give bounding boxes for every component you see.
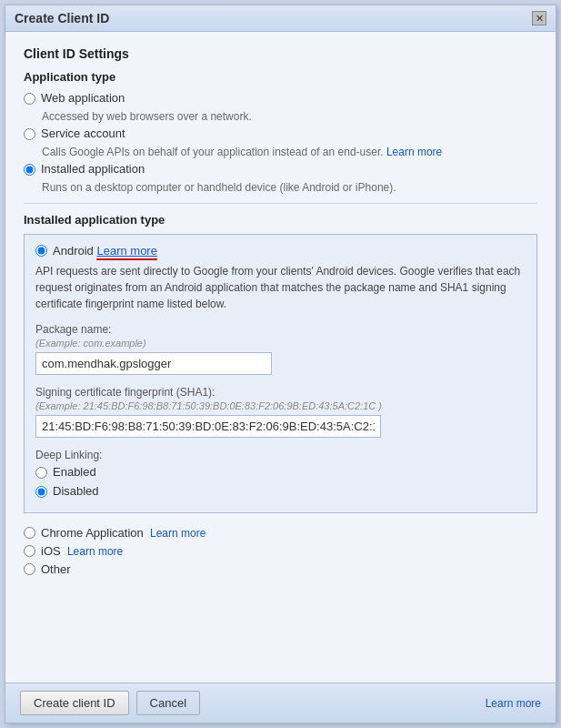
dialog-title: Create Client ID (15, 11, 109, 25)
radio-chrome-input[interactable] (24, 527, 35, 539)
deep-linking-enabled-label: Enabled (53, 465, 96, 479)
footer-buttons: Create client ID Cancel (20, 691, 200, 715)
other-apps-section: Chrome Application Learn more iOS Learn … (24, 526, 537, 576)
cancel-button[interactable]: Cancel (136, 691, 200, 715)
section-divider (24, 203, 537, 204)
service-desc: Calls Google APIs on behalf of your appl… (42, 146, 537, 158)
deep-linking-enabled-row[interactable]: Enabled (35, 465, 526, 479)
dialog-body: Client ID Settings Application type Web … (5, 32, 556, 595)
other-label: Other (41, 562, 71, 576)
radio-web-label: Web application (41, 91, 125, 105)
ios-learn-more-link[interactable]: Learn more (67, 545, 123, 558)
radio-service-label: Service account (41, 126, 125, 140)
deep-linking-disabled-row[interactable]: Disabled (35, 484, 526, 498)
signing-cert-hint: (Example: 21:45:BD:F6:98:B8:71:50:39:BD:… (35, 400, 526, 411)
android-radio-row[interactable]: Android Learn more (35, 244, 526, 258)
deep-linking-section: Deep Linking: Enabled Disabled (35, 449, 526, 498)
dialog-footer: Create client ID Cancel Learn more (5, 682, 556, 723)
package-name-input[interactable] (35, 352, 272, 375)
web-desc: Accessed by web browsers over a network. (42, 110, 537, 123)
radio-ios-input[interactable] (24, 545, 35, 557)
android-learn-more-wrapper: Learn more (96, 244, 156, 258)
chrome-app-item[interactable]: Chrome Application Learn more (24, 526, 537, 540)
deep-linking-disabled-input[interactable] (35, 486, 47, 498)
deep-linking-enabled-input[interactable] (35, 467, 47, 479)
footer-learn-more-link[interactable]: Learn more (486, 697, 541, 710)
application-type-heading: Application type (24, 70, 537, 84)
close-button[interactable]: ✕ (532, 11, 546, 25)
service-learn-more-link[interactable]: Learn more (386, 146, 442, 158)
installed-type-section: Installed application type Android Learn… (24, 213, 537, 576)
radio-web-input[interactable] (24, 93, 35, 105)
signing-cert-input[interactable] (35, 415, 381, 438)
radio-android-input[interactable] (35, 245, 47, 257)
package-name-label: Package name: (35, 323, 526, 336)
dialog-titlebar: Create Client ID ✕ (5, 5, 556, 32)
android-description: API requests are sent directly to Google… (35, 263, 526, 312)
installed-desc: Runs on a desktop computer or handheld d… (42, 181, 537, 194)
create-client-id-dialog: Create Client ID ✕ Client ID Settings Ap… (5, 5, 556, 723)
radio-web-application[interactable]: Web application (24, 91, 537, 105)
radio-service-input[interactable] (24, 128, 35, 140)
other-app-item[interactable]: Other (24, 562, 537, 576)
package-name-hint: (Example: com.example) (35, 338, 526, 349)
client-id-settings-heading: Client ID Settings (24, 46, 537, 61)
radio-android-label: Android (53, 244, 94, 258)
create-client-id-button[interactable]: Create client ID (20, 691, 129, 715)
chrome-learn-more-link[interactable]: Learn more (150, 527, 205, 540)
signing-cert-label: Signing certificate fingerprint (SHA1): (35, 386, 526, 399)
radio-installed-input[interactable] (24, 164, 35, 176)
chrome-app-label: Chrome Application Learn more (41, 526, 205, 540)
android-selected-block: Android Learn more API requests are sent… (24, 234, 537, 513)
radio-service-account[interactable]: Service account (24, 126, 537, 140)
ios-app-item[interactable]: iOS Learn more (24, 544, 537, 558)
deep-linking-disabled-label: Disabled (53, 484, 99, 498)
ios-label: iOS Learn more (41, 544, 123, 558)
installed-type-heading: Installed application type (24, 213, 537, 227)
android-learn-more-link[interactable]: Learn more (96, 244, 156, 258)
radio-other-input[interactable] (24, 563, 35, 575)
radio-installed-app[interactable]: Installed application (24, 162, 537, 176)
deep-linking-label: Deep Linking: (35, 449, 526, 461)
radio-installed-label: Installed application (41, 162, 145, 176)
